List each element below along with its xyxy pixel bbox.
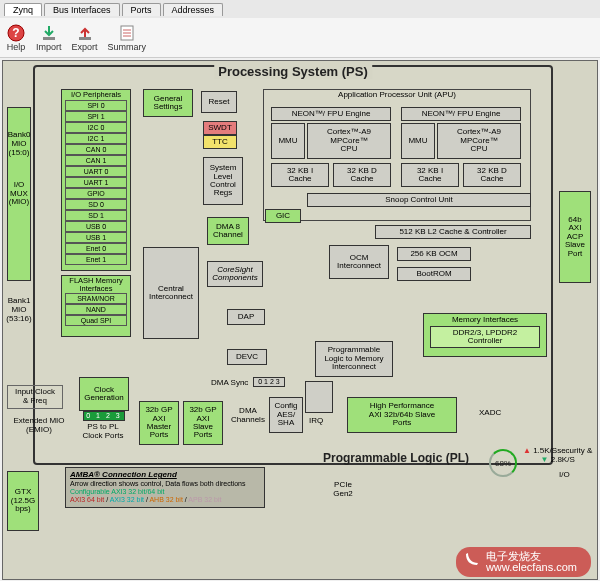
clock-gen-block[interactable]: Clock Generation: [79, 377, 129, 411]
flash-item-nand[interactable]: NAND: [65, 304, 127, 315]
acp-port-block[interactable]: 64b AXI ACP Slave Port: [559, 191, 591, 283]
flash-list: SRAM/NORNANDQuad SPI: [65, 293, 127, 326]
progress-ring: 68%: [489, 449, 517, 477]
flash-title: FLASH Memory Interfaces: [63, 277, 129, 293]
peripheral-enet-0[interactable]: Enet 0: [65, 243, 127, 254]
dap-block[interactable]: DAP: [227, 309, 265, 325]
peripheral-uart-0[interactable]: UART 0: [65, 166, 127, 177]
import-icon: [39, 24, 59, 42]
flash-block[interactable]: FLASH Memory Interfaces SRAM/NORNANDQuad…: [61, 275, 131, 337]
gp-master-block[interactable]: 32b GP AXI Master Ports: [139, 401, 179, 445]
legend-l1: Configurable AXI3 32 bit/64 bit: [70, 488, 165, 495]
hp-ports-block[interactable]: High Performance AXI 32b/64b Slave Ports: [347, 397, 457, 433]
gp-slave-block[interactable]: 32b GP AXI Slave Ports: [183, 401, 223, 445]
peripheral-spi-0[interactable]: SPI 0: [65, 100, 127, 111]
pstopl-ports-block[interactable]: 0 1 2 3: [83, 411, 125, 421]
input-clock-block[interactable]: Input Clock & Freq: [7, 385, 63, 409]
diagram-canvas: Processing System (PS) I/O MUX (MIO) Ban…: [2, 60, 598, 580]
watermark-text: 电子发烧友 www.elecfans.com: [486, 551, 577, 573]
peripheral-can-0[interactable]: CAN 0: [65, 144, 127, 155]
ttc-block[interactable]: TTC: [203, 135, 237, 149]
peripheral-i2c-0[interactable]: I2C 0: [65, 122, 127, 133]
svg-text:?: ?: [12, 26, 19, 40]
general-settings-block[interactable]: General Settings: [143, 89, 193, 117]
irq-grid[interactable]: [305, 381, 333, 413]
ocm-block[interactable]: 256 KB OCM: [397, 247, 471, 261]
toolbar: ? Help Import Export Summary: [0, 18, 600, 58]
tab-bar: Zynq Bus Interfaces Ports Addresses: [0, 0, 600, 18]
peripheral-can-1[interactable]: CAN 1: [65, 155, 127, 166]
peripheral-list: SPI 0SPI 1I2C 0I2C 1CAN 0CAN 1UART 0UART…: [65, 100, 127, 265]
flash-item-quad-spi[interactable]: Quad SPI: [65, 315, 127, 326]
dcache1-block[interactable]: 32 KB D Cache: [333, 163, 391, 187]
tab-zynq[interactable]: Zynq: [4, 3, 42, 16]
bank0-label: Bank0 MIO (15:0): [5, 131, 33, 157]
import-button[interactable]: Import: [36, 24, 62, 52]
peripheral-sd-0[interactable]: SD 0: [65, 199, 127, 210]
snoop-block[interactable]: Snoop Control Unit: [307, 193, 531, 207]
bootrom-block[interactable]: BootROM: [397, 267, 471, 281]
flash-item-sram-nor[interactable]: SRAM/NOR: [65, 293, 127, 304]
svg-rect-2: [43, 37, 55, 40]
export-icon: [75, 24, 95, 42]
summary-icon: [117, 24, 137, 42]
pl-title: Programmable Logic (PL): [323, 451, 469, 465]
cpu1-block[interactable]: Cortex™-A9 MPCore™ CPU: [307, 123, 391, 159]
help-label: Help: [7, 42, 26, 52]
peripheral-usb-0[interactable]: USB 0: [65, 221, 127, 232]
sys-regs-block[interactable]: System Level Control Regs: [203, 157, 243, 205]
io-peripherals-title: I/O Peripherals: [71, 91, 121, 99]
ddr-controller-block[interactable]: DDR2/3, LPDDR2 Controller: [430, 326, 540, 348]
swdt-block[interactable]: SWDT: [203, 121, 237, 135]
peripheral-spi-1[interactable]: SPI 1: [65, 111, 127, 122]
io-label: I/O: [559, 471, 570, 480]
tab-ports[interactable]: Ports: [122, 3, 161, 16]
legend-l3: AXI3 32 bit: [110, 496, 144, 503]
neon2-block[interactable]: NEON™/ FPU Engine: [401, 107, 521, 121]
mmu1-block[interactable]: MMU: [271, 123, 305, 159]
devc-block[interactable]: DEVC: [227, 349, 267, 365]
help-button[interactable]: ? Help: [6, 24, 26, 52]
export-button[interactable]: Export: [72, 24, 98, 52]
legend-l2: AXI3 64 bit: [70, 496, 104, 503]
icache1-block[interactable]: 32 KB I Cache: [271, 163, 329, 187]
aes-block[interactable]: Config AES/ SHA: [269, 397, 303, 433]
summary-button[interactable]: Summary: [108, 24, 147, 52]
gtx-block[interactable]: GTX (12.5G bps): [7, 471, 39, 531]
neon1-block[interactable]: NEON™/ FPU Engine: [271, 107, 391, 121]
dma-channels-label: DMA Channels: [229, 407, 267, 425]
legend-l4: AHB 32 bit: [149, 496, 182, 503]
progress-percent: 68%: [495, 459, 511, 468]
memory-interfaces-block[interactable]: Memory Interfaces DDR2/3, LPDDR2 Control…: [423, 313, 547, 357]
pcie-label: PCIe Gen2: [323, 481, 363, 499]
reset-block[interactable]: Reset: [201, 91, 237, 113]
central-interconnect-block[interactable]: Central Interconnect: [143, 247, 199, 339]
peripheral-gpio[interactable]: GPIO: [65, 188, 127, 199]
peripheral-uart-1[interactable]: UART 1: [65, 177, 127, 188]
tab-bus-interfaces[interactable]: Bus Interfaces: [44, 3, 120, 16]
svg-rect-3: [79, 37, 91, 40]
pl-mem-interconnect-block[interactable]: Programmable Logic to Memory Interconnec…: [315, 341, 393, 377]
tab-addresses[interactable]: Addresses: [163, 3, 224, 16]
peripheral-usb-1[interactable]: USB 1: [65, 232, 127, 243]
stat-r1-row: ▲ 1.5K/Ssecurity & ▼ 2.8K/S: [523, 447, 592, 465]
peripheral-i2c-1[interactable]: I2C 1: [65, 133, 127, 144]
dmasync-label: DMA Sync: [211, 379, 248, 388]
ocm-ic-block[interactable]: OCM Interconnect: [329, 245, 389, 279]
io-peripherals-block[interactable]: I/O Peripherals SPI 0SPI 1I2C 0I2C 1CAN …: [61, 89, 131, 271]
l2-block[interactable]: 512 KB L2 Cache & Controller: [375, 225, 531, 239]
bank1-label: Bank1 MIO (53:16): [5, 297, 33, 323]
peripheral-sd-1[interactable]: SD 1: [65, 210, 127, 221]
icache2-block[interactable]: 32 KB I Cache: [401, 163, 459, 187]
cpu2-block[interactable]: Cortex™-A9 MPCore™ CPU: [437, 123, 521, 159]
watermark: 电子发烧友 www.elecfans.com: [456, 547, 591, 577]
mmu2-block[interactable]: MMU: [401, 123, 435, 159]
clockgen-label: Clock Generation: [84, 386, 124, 403]
peripheral-enet-1[interactable]: Enet 1: [65, 254, 127, 265]
coresight-block[interactable]: CoreSight Components: [207, 261, 263, 287]
pstopl-label: PS to PL Clock Ports: [73, 423, 133, 441]
dcache2-block[interactable]: 32 KB D Cache: [463, 163, 521, 187]
gic-block[interactable]: GIC: [265, 209, 301, 223]
dma8-block[interactable]: DMA 8 Channel: [207, 217, 249, 245]
dmasync-bits-block[interactable]: 0 1 2 3: [253, 377, 285, 387]
